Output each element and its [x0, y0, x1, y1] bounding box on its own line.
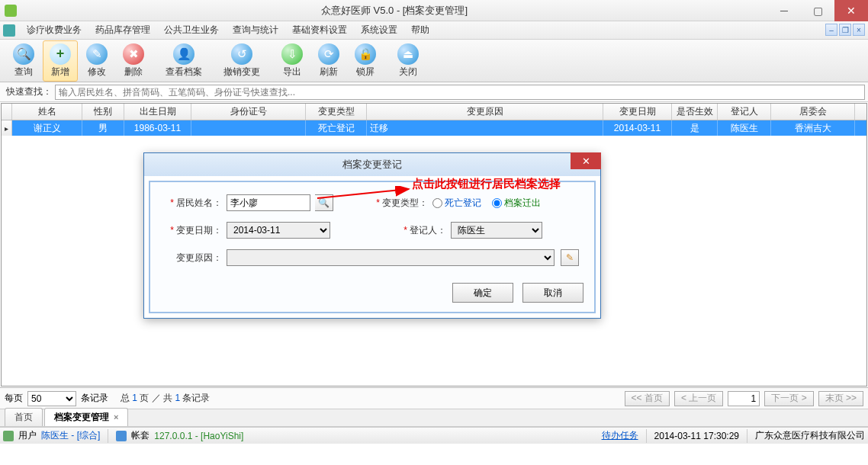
window-title: 众意好医师 V5.0 - [档案变更管理]: [21, 4, 767, 18]
per-page-label: 每页: [5, 392, 23, 405]
toolbar-delete-button[interactable]: ✖删除: [116, 40, 151, 82]
cell-sex: 男: [82, 120, 124, 136]
toolbar-add-button[interactable]: 新增: [43, 40, 78, 82]
toolbar-query-button[interactable]: 🔍查询: [6, 40, 41, 82]
tab-archive-change[interactable]: 档案变更管理×: [44, 408, 128, 426]
status-account-label: 帐套: [131, 429, 149, 442]
account-icon: [116, 431, 127, 441]
dialog-title: 档案变更登记 ✕: [144, 153, 600, 176]
col-registrar[interactable]: 登记人: [718, 104, 771, 120]
status-datetime: 2014-03-11 17:30:29: [654, 431, 739, 441]
pagination-bar: 每页 50 条记录 总 1 页 ／ 共 1 条记录 << 首页 < 上一页 下一…: [0, 387, 868, 409]
change-reason-select[interactable]: [227, 249, 555, 266]
menu-item[interactable]: 系统设置: [354, 24, 404, 37]
registrar-label: 登记人：: [410, 225, 446, 236]
user-icon: [3, 431, 14, 441]
col-sex[interactable]: 性别: [82, 104, 124, 120]
col-committee[interactable]: 居委会: [771, 104, 855, 120]
col-change-date[interactable]: 变更日期: [603, 104, 672, 120]
maximize-button[interactable]: ▢: [801, 0, 834, 21]
col-reason[interactable]: 变更原因: [367, 104, 603, 120]
profile-icon: 👤: [173, 43, 194, 65]
titlebar: 众意好医师 V5.0 - [档案变更管理] ─ ▢ ✕: [0, 0, 868, 21]
change-type-radio-group: 死亡登记 档案迁出: [432, 197, 541, 210]
resident-name-input[interactable]: [227, 194, 310, 211]
name-label: 居民姓名：: [176, 197, 222, 208]
cancel-button[interactable]: 取消: [522, 283, 583, 303]
last-page-button[interactable]: 末页 >>: [818, 391, 863, 406]
mdi-restore-icon[interactable]: ❐: [839, 24, 851, 36]
dialog-close-button[interactable]: ✕: [571, 152, 601, 169]
menu-item[interactable]: 查询与统计: [226, 24, 285, 37]
lookup-resident-button[interactable]: 🔍: [315, 194, 333, 211]
status-tasks-link[interactable]: 待办任务: [602, 429, 638, 442]
toolbar-edit-button[interactable]: ✎修改: [79, 40, 114, 82]
toolbar-refresh-button[interactable]: ⟳刷新: [311, 40, 346, 82]
status-account: 127.0.0.1 - [HaoYiShi]: [154, 431, 243, 441]
edit-icon: ✎: [86, 43, 108, 65]
col-name[interactable]: 姓名: [12, 104, 82, 120]
per-page-unit: 条记录: [81, 392, 108, 405]
minimize-button[interactable]: ─: [767, 0, 801, 21]
mdi-close-icon[interactable]: ×: [853, 24, 865, 36]
radio-moveout[interactable]: 档案迁出: [492, 197, 541, 210]
reason-label: 变更原因：: [176, 252, 222, 263]
toolbar: 🔍查询 新增 ✎修改 ✖删除 👤查看档案 ↺撤销变更 ⇩导出 ⟳刷新 🔒锁屏 ⏏…: [0, 40, 868, 82]
cell-effect: 是: [672, 120, 718, 136]
next-page-button[interactable]: 下一页 >: [764, 391, 813, 406]
radio-death[interactable]: 死亡登记: [432, 197, 481, 210]
close-window-button[interactable]: ✕: [834, 0, 868, 21]
col-birth[interactable]: 出生日期: [124, 104, 191, 120]
page-number-input[interactable]: [728, 391, 760, 406]
change-date-select[interactable]: 2014-03-11: [227, 222, 330, 239]
prev-page-button[interactable]: < 上一页: [674, 391, 723, 406]
row-indicator: ▸: [2, 120, 12, 136]
quick-search-input[interactable]: [55, 85, 865, 100]
status-user: 陈医生 - [综合]: [41, 429, 100, 442]
cell-registrar: 陈医生: [718, 120, 771, 136]
reason-edit-button[interactable]: ✎: [561, 249, 579, 266]
plus-icon: [50, 43, 71, 65]
ok-button[interactable]: 确定: [452, 283, 513, 303]
cell-change-type: 死亡登记: [306, 120, 367, 136]
toolbar-lock-button[interactable]: 🔒锁屏: [348, 40, 383, 82]
status-user-label: 用户: [18, 429, 37, 442]
menu-item[interactable]: 诊疗收费业务: [20, 24, 88, 37]
toolbar-export-button[interactable]: ⇩导出: [275, 40, 310, 82]
menu-item[interactable]: 公共卫生业务: [157, 24, 226, 37]
change-register-dialog: 档案变更登记 ✕ *居民姓名： 🔍 *变更类型： 死亡登记 档案迁出 *变更日期…: [143, 152, 601, 319]
menu-item[interactable]: 基础资料设置: [285, 24, 354, 37]
registrar-select[interactable]: 陈医生: [451, 222, 542, 239]
toolbar-view-button[interactable]: 👤查看档案: [159, 40, 209, 82]
toolbar-undo-button[interactable]: ↺撤销变更: [217, 40, 267, 82]
tab-close-icon[interactable]: ×: [114, 412, 118, 422]
col-effect[interactable]: 是否生效: [672, 104, 718, 120]
table-row[interactable]: ▸ 谢正义 男 1986-03-11 死亡登记 迁移 2014-03-11 是 …: [2, 120, 866, 136]
first-page-button[interactable]: << 首页: [625, 391, 670, 406]
pager-stats: 总 1 页 ／ 共 1 条记录: [121, 392, 210, 405]
status-company: 广东众意医疗科技有限公司: [755, 429, 865, 442]
menu-app-icon: [3, 24, 15, 37]
col-id[interactable]: 身份证号: [191, 104, 306, 120]
refresh-icon: ⟳: [318, 43, 339, 65]
menubar: 诊疗收费业务 药品库存管理 公共卫生业务 查询与统计 基础资料设置 系统设置 帮…: [0, 21, 868, 40]
search-icon: 🔍: [318, 197, 330, 208]
quick-search-label: 快速查找：: [3, 85, 55, 98]
lock-icon: 🔒: [355, 43, 376, 65]
menu-item[interactable]: 药品库存管理: [88, 24, 157, 37]
status-bar: 用户 陈医生 - [综合] 帐套 127.0.0.1 - [HaoYiShi] …: [0, 427, 868, 444]
toolbar-close-button[interactable]: ⏏关闭: [391, 40, 426, 82]
bottom-tabs: 首页 档案变更管理×: [0, 409, 868, 427]
menu-item[interactable]: 帮助: [404, 24, 436, 37]
cell-birth: 1986-03-11: [124, 120, 191, 136]
cell-id: [191, 120, 306, 136]
tab-home[interactable]: 首页: [5, 408, 43, 426]
exit-icon: ⏏: [397, 43, 419, 65]
col-change-type[interactable]: 变更类型: [306, 104, 367, 120]
edit-icon: ✎: [566, 252, 574, 263]
cell-change-date: 2014-03-11: [603, 120, 672, 136]
mdi-minimize-icon[interactable]: –: [825, 24, 837, 36]
search-icon: 🔍: [13, 43, 34, 65]
date-label: 变更日期：: [176, 225, 222, 236]
per-page-select[interactable]: 50: [27, 391, 76, 406]
